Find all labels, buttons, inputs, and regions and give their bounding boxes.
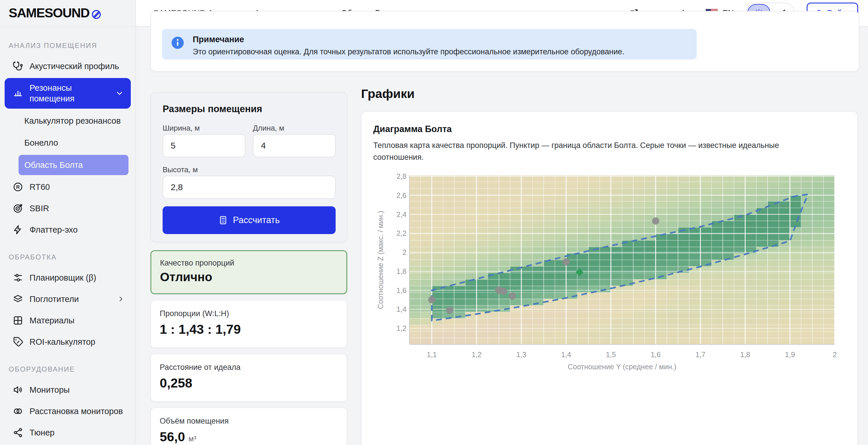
- width-input[interactable]: [163, 134, 245, 157]
- length-label: Длина, м: [253, 124, 284, 133]
- sidebar-subitem[interactable]: Область Болта: [19, 155, 128, 175]
- graphs-section-title: Графики: [361, 87, 414, 101]
- svg-text:1,6: 1,6: [396, 286, 406, 295]
- circles-icon: [13, 406, 23, 416]
- volume-label: Объём помещения: [160, 417, 228, 425]
- sidebar-item[interactable]: Мониторы: [0, 379, 135, 401]
- sidebar-item[interactable]: SBIR: [0, 198, 135, 219]
- sliders-icon: [13, 273, 23, 283]
- logo[interactable]: SAMESOUND: [0, 0, 135, 27]
- svg-text:1,4: 1,4: [396, 305, 406, 313]
- svg-text:Соотношение Y (среднее / мин.): Соотношение Y (среднее / мин.): [568, 363, 677, 371]
- nav-section-label: АНАЛИЗ ПОМЕЩЕНИЯ: [9, 42, 135, 50]
- sidebar-item[interactable]: Материалы: [0, 310, 135, 331]
- quality-card: Качество пропорций Отлично: [151, 250, 347, 294]
- calculate-button[interactable]: Рассчитать: [163, 206, 336, 234]
- r-circle-icon: R: [13, 182, 23, 192]
- info-icon: [171, 36, 185, 50]
- width-label: Ширина, м: [163, 124, 199, 133]
- sidebar-item[interactable]: RRT60: [0, 176, 135, 198]
- network-icon: [13, 427, 23, 438]
- svg-text:1,5: 1,5: [606, 350, 616, 358]
- svg-text:1,2: 1,2: [472, 350, 482, 358]
- nav-section-label: ОБОРУДОВАНИЕ: [9, 365, 135, 373]
- note-card: Примечание Это ориентировочная оценка. Д…: [151, 11, 859, 72]
- speaker-icon: [13, 385, 23, 395]
- target-icon: [13, 203, 23, 213]
- sidebar-item[interactable]: Планировщик (β): [0, 267, 135, 288]
- layers-icon: [13, 294, 23, 304]
- calculate-label: Рассчитать: [233, 215, 280, 226]
- calculator-icon: [218, 215, 228, 225]
- sidebar-item-label: Планировщик (β): [30, 273, 96, 283]
- speaker-icon: [13, 385, 23, 395]
- sidebar-item-label: ROI-калькулятор: [30, 337, 95, 347]
- logo-pencil-icon: [91, 9, 101, 20]
- distance-label: Расстояние от идеала: [160, 363, 241, 372]
- room-dimensions-form: Размеры помещения Ширина, м Длина, м Выс…: [151, 92, 347, 242]
- table-icon: [13, 315, 23, 326]
- network-icon: [13, 427, 23, 438]
- tag-icon: [13, 337, 23, 347]
- volume-card: Объём помещения 56,0м³: [151, 407, 347, 445]
- sidebar-subitem[interactable]: Бонелло: [0, 132, 135, 154]
- svg-text:1,7: 1,7: [695, 350, 705, 358]
- sidebar-item-label: Расстановка мониторов: [30, 407, 123, 416]
- distance-value: 0,258: [160, 376, 192, 391]
- bolt-chart-card: Диаграмма Болта Тепловая карта качества …: [361, 111, 858, 445]
- sidebar-item-label: RT60: [30, 182, 50, 192]
- ideal-ratio-point: [509, 293, 516, 300]
- length-input[interactable]: [253, 134, 336, 157]
- ideal-ratio-point: [652, 217, 659, 225]
- height-label: Высота, м: [163, 165, 198, 174]
- note-banner: Примечание Это ориентировочная оценка. Д…: [162, 29, 697, 60]
- volume-value: 56,0м³: [160, 430, 196, 444]
- sidebar-item-label: Поглотители: [30, 295, 79, 304]
- sidebar-item[interactable]: Резонансы помещения: [5, 78, 131, 109]
- svg-text:2: 2: [833, 350, 837, 358]
- note-title: Примечание: [193, 35, 244, 44]
- svg-text:2,4: 2,4: [396, 210, 406, 218]
- svg-text:1,8: 1,8: [396, 267, 406, 275]
- chevron-down-icon: [115, 89, 124, 98]
- svg-text:1,8: 1,8: [740, 350, 750, 358]
- svg-text:2,6: 2,6: [396, 191, 406, 199]
- ideal-ratio-point: [428, 296, 435, 303]
- sidebar-item-label: Флаттер-эхо: [30, 225, 78, 235]
- sidebar-item-label: SBIR: [30, 204, 49, 213]
- sidebar-item-label: Мониторы: [30, 385, 70, 395]
- chart-title: Диаграмма Болта: [373, 124, 452, 134]
- height-input[interactable]: [163, 176, 336, 199]
- zap-icon: [13, 225, 23, 235]
- svg-text:R: R: [16, 184, 20, 190]
- sidebar-item[interactable]: Акустический профиль: [0, 56, 135, 77]
- chart-description: Тепловая карта качества пропорций. Пункт…: [373, 140, 790, 163]
- svg-text:2,8: 2,8: [396, 172, 406, 180]
- app-root: SAMESOUND АНАЛИЗ ПОМЕЩЕНИЯАкустический п…: [0, 0, 868, 445]
- sidebar-item-label: Материалы: [30, 316, 74, 326]
- ideal-ratio-point: [500, 287, 507, 295]
- sidebar-item[interactable]: Поглотители: [0, 288, 135, 310]
- sidebar-item-label: Резонансы помещения: [30, 83, 97, 104]
- table-icon: [13, 315, 23, 326]
- sidebar-item[interactable]: Тюнер: [0, 422, 135, 443]
- sidebar-subitem[interactable]: Калькулятор резонансов: [0, 110, 135, 132]
- sidebar-item-label: Тюнер: [30, 428, 54, 438]
- ideal-ratio-point: [446, 307, 454, 314]
- sidebar: SAMESOUND АНАЛИЗ ПОМЕЩЕНИЯАкустический п…: [0, 0, 136, 445]
- ratio-card: Пропорции (W:L:H) 1 : 1,43 : 1,79: [151, 300, 347, 348]
- sidebar-item[interactable]: Расстановка мониторов: [0, 401, 135, 422]
- sidebar-item[interactable]: ROI-калькулятор: [0, 331, 135, 352]
- stethoscope-icon: [13, 61, 23, 71]
- form-title: Размеры помещения: [163, 103, 262, 114]
- sliders-icon: [13, 273, 23, 283]
- note-text: Это ориентировочная оценка. Для точных р…: [193, 47, 624, 56]
- bolt-diagram: 1,11,21,31,41,51,61,71,81,921,21,41,61,8…: [365, 162, 857, 385]
- sidebar-item[interactable]: Флаттер-эхо: [0, 219, 135, 240]
- bar-chart-icon: [13, 88, 23, 99]
- volume-unit: м³: [189, 434, 196, 443]
- ratio-value: 1 : 1,43 : 1,79: [160, 322, 241, 337]
- logo-text: SAMESOUND: [9, 5, 89, 21]
- circles-icon: [13, 406, 23, 416]
- tag-icon: [13, 337, 23, 347]
